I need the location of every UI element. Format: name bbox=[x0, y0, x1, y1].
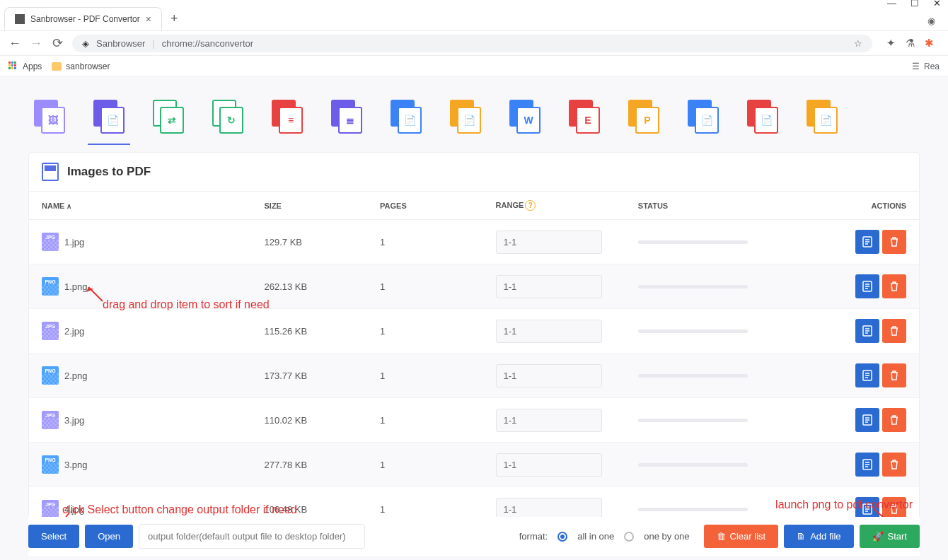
site-chip: Sanbrowser bbox=[96, 38, 145, 49]
file-name: 2.png bbox=[64, 371, 88, 381]
tool-tab-ppt-to-pdf[interactable]: P📄 bbox=[801, 95, 843, 138]
forward-button[interactable]: → bbox=[30, 36, 42, 51]
open-button[interactable]: Open bbox=[85, 525, 133, 548]
reload-button[interactable]: ⟳ bbox=[51, 35, 64, 51]
progress-bar bbox=[638, 374, 748, 378]
reading-list-icon: ☰ bbox=[912, 62, 920, 71]
tool-tab-pdf-to-image[interactable]: 📄🖼 bbox=[28, 95, 71, 138]
apps-shortcut[interactable]: Apps bbox=[8, 62, 42, 71]
account-icon[interactable]: ◉ bbox=[927, 16, 935, 26]
minimize-icon[interactable]: — bbox=[887, 0, 896, 8]
row-file-button[interactable] bbox=[855, 319, 879, 343]
range-input[interactable] bbox=[496, 231, 602, 254]
output-folder-input[interactable] bbox=[139, 524, 365, 549]
tool-tab-merge[interactable]: ≡ bbox=[266, 95, 308, 138]
maximize-icon[interactable]: ☐ bbox=[911, 0, 919, 8]
select-button[interactable]: Select bbox=[28, 525, 79, 548]
close-icon[interactable]: ✕ bbox=[933, 0, 941, 8]
row-delete-button[interactable] bbox=[882, 453, 906, 477]
bottom-toolbar: Select Open format: all in one one by on… bbox=[28, 517, 920, 556]
radio-all-in-one[interactable] bbox=[557, 532, 567, 542]
row-delete-button[interactable] bbox=[882, 363, 906, 387]
range-input[interactable] bbox=[496, 453, 602, 477]
row-file-button[interactable] bbox=[855, 363, 879, 387]
file-pages: 1 bbox=[367, 354, 483, 398]
col-range[interactable]: RANGE? bbox=[483, 192, 625, 220]
row-delete-button[interactable] bbox=[882, 230, 906, 254]
table-row[interactable]: PNG1.png262.13 KB1 bbox=[29, 264, 919, 309]
filetype-icon: PNG bbox=[42, 455, 59, 474]
browser-tab-strip: Sanbrowser - PDF Convertor × + ◉ bbox=[0, 6, 948, 30]
tool-tab-excel-to-pdf[interactable]: E📄 bbox=[741, 95, 784, 138]
tool-tab-extract[interactable]: ≣ bbox=[325, 95, 368, 138]
file-pages: 1 bbox=[367, 398, 483, 443]
url-input[interactable]: ◈ Sanbrowser | chrome://sanconvertor ☆ bbox=[72, 35, 872, 52]
clear-list-button[interactable]: 🗑Clear list bbox=[704, 525, 779, 548]
add-file-button[interactable]: 🗎Add file bbox=[784, 525, 853, 548]
progress-bar bbox=[638, 329, 748, 333]
tool-tab-pdf-to-ppt[interactable]: P bbox=[623, 95, 665, 138]
tab-close-icon[interactable]: × bbox=[146, 13, 151, 25]
new-tab-button[interactable]: + bbox=[170, 11, 178, 30]
tool-tab-image-to-pdf[interactable]: 🖼📄 bbox=[88, 95, 130, 138]
tool-tab-pdf-to-excel[interactable]: E bbox=[563, 95, 606, 138]
tool-tab-pdf-to-word[interactable]: W bbox=[504, 95, 546, 138]
extension-icon[interactable]: ✦ bbox=[886, 37, 896, 49]
col-pages[interactable]: PAGES bbox=[367, 192, 483, 220]
file-plus-icon: 🗎 bbox=[797, 531, 806, 542]
filetype-icon: JPG bbox=[42, 233, 59, 251]
row-file-button[interactable] bbox=[855, 274, 879, 298]
back-button[interactable]: ← bbox=[8, 36, 21, 51]
range-input[interactable] bbox=[496, 364, 602, 387]
row-delete-button[interactable] bbox=[882, 274, 906, 298]
file-name: 1.png bbox=[64, 281, 88, 292]
col-size[interactable]: SIZE bbox=[252, 192, 368, 220]
col-name[interactable]: NAME ∧ bbox=[29, 192, 252, 220]
reading-list[interactable]: ☰ Rea bbox=[912, 62, 940, 71]
range-input[interactable] bbox=[496, 275, 602, 298]
table-row[interactable]: JPG2.jpg115.26 KB1 bbox=[29, 309, 919, 354]
file-size: 115.26 KB bbox=[252, 309, 368, 354]
browser-tab[interactable]: Sanbrowser - PDF Convertor × bbox=[4, 7, 162, 30]
star-icon[interactable]: ☆ bbox=[854, 38, 862, 49]
tool-tab-split[interactable]: ⇄ bbox=[147, 95, 190, 138]
progress-bar bbox=[638, 240, 748, 244]
flask-icon[interactable]: ⚗ bbox=[906, 37, 915, 49]
tool-tab-unlock[interactable]: 🔓📄 bbox=[385, 95, 427, 138]
progress-bar bbox=[638, 285, 748, 288]
tool-tabs: 📄🖼 🖼📄 ⇄ ↻ ≡ ≣ 🔓📄 🔒📄 W E P W📄 E📄 P📄 bbox=[28, 90, 920, 138]
row-file-button[interactable] bbox=[855, 230, 879, 254]
puzzle-icon[interactable]: ✱ bbox=[925, 37, 934, 49]
col-status: STATUS bbox=[625, 192, 785, 220]
filetype-icon: PNG bbox=[42, 277, 59, 296]
panel-title: Images to PDF bbox=[67, 165, 151, 179]
row-file-button[interactable] bbox=[855, 408, 879, 432]
file-pages: 1 bbox=[367, 220, 483, 264]
table-row[interactable]: JPG1.jpg129.7 KB1 bbox=[29, 220, 919, 264]
help-icon: ? bbox=[525, 200, 536, 211]
file-size: 277.78 KB bbox=[252, 443, 368, 487]
table-row[interactable]: PNG3.png277.78 KB1 bbox=[29, 443, 919, 487]
tool-tab-word-to-pdf[interactable]: W📄 bbox=[682, 95, 724, 138]
tool-tab-rotate[interactable]: ↻ bbox=[207, 95, 249, 138]
start-button[interactable]: 🚀Start bbox=[860, 525, 920, 548]
site-info-icon[interactable]: ◈ bbox=[82, 38, 89, 49]
address-bar: ← → ⟳ ◈ Sanbrowser | chrome://sanconvert… bbox=[0, 30, 948, 56]
table-row[interactable]: JPG3.jpg110.02 KB1 bbox=[29, 398, 919, 443]
table-row[interactable]: PNG2.png173.77 KB1 bbox=[29, 354, 919, 398]
file-size: 110.02 KB bbox=[252, 398, 368, 443]
format-label: format: bbox=[519, 531, 548, 542]
range-input[interactable] bbox=[496, 409, 602, 432]
row-delete-button[interactable] bbox=[882, 408, 906, 432]
sort-asc-icon: ∧ bbox=[67, 202, 71, 210]
bookmark-item[interactable]: sanbrowser bbox=[52, 62, 110, 71]
url-text: chrome://sanconvertor bbox=[162, 38, 253, 49]
row-delete-button[interactable] bbox=[882, 319, 906, 343]
filetype-icon: JPG bbox=[42, 500, 59, 518]
tool-tab-lock[interactable]: 🔒📄 bbox=[444, 95, 487, 138]
panel-icon bbox=[42, 163, 59, 181]
row-file-button[interactable] bbox=[855, 453, 879, 477]
progress-bar bbox=[638, 463, 748, 467]
range-input[interactable] bbox=[496, 320, 602, 343]
radio-one-by-one[interactable] bbox=[624, 532, 634, 542]
